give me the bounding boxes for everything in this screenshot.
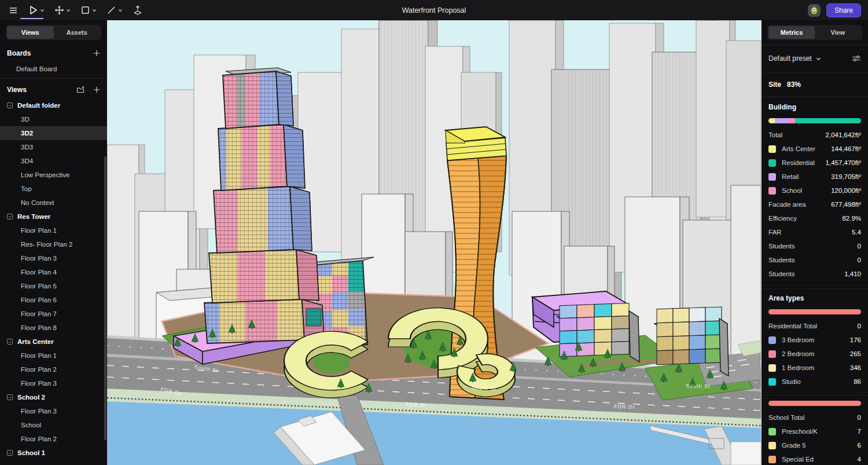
add-board-icon[interactable] bbox=[93, 50, 100, 57]
view-item[interactable]: Floor Plan 1 bbox=[0, 224, 107, 237]
collapse-icon[interactable] bbox=[7, 214, 13, 219]
metric-row: Retail319,705ft² bbox=[762, 170, 868, 184]
boards-header-label: Boards bbox=[7, 49, 31, 57]
new-folder-icon[interactable] bbox=[76, 86, 85, 94]
view-item[interactable]: Top bbox=[0, 182, 107, 196]
folder-default-folder[interactable]: Default folder bbox=[0, 98, 107, 112]
building-section-header: Building bbox=[762, 100, 868, 115]
monster-avatar-icon bbox=[809, 5, 819, 16]
tab-views[interactable]: Views bbox=[7, 26, 54, 39]
view-item[interactable]: Res- Floor Plan 2 bbox=[0, 237, 107, 251]
metric-row: Studio86 bbox=[762, 375, 868, 389]
app-window: Waterfront Proposal Share Views Assets B… bbox=[0, 0, 868, 465]
metric-row: Students0 bbox=[762, 253, 868, 267]
collapse-icon[interactable] bbox=[7, 339, 13, 345]
view-item[interactable]: Floor Plan 3 bbox=[0, 404, 107, 418]
folder-school-2[interactable]: School 2 bbox=[0, 390, 107, 404]
extrude-tool-icon bbox=[132, 5, 144, 16]
board-item[interactable]: Default Board bbox=[0, 62, 107, 76]
view-item[interactable]: Floor Plan 6 bbox=[0, 293, 107, 307]
view-item[interactable]: Floor Plan 3 bbox=[0, 251, 107, 265]
metric-row: Arts Center144,467ft² bbox=[762, 142, 868, 156]
view-item[interactable]: Floor Plan 8 bbox=[0, 321, 107, 335]
view-item-selected[interactable]: 3D2 bbox=[0, 126, 107, 140]
color-swatch bbox=[768, 428, 776, 435]
view-item[interactable]: Floor Plan 4 bbox=[0, 265, 107, 279]
road-label-fdr-dr: FDR Dr bbox=[406, 401, 427, 408]
metric-row: 1 Bedroom346 bbox=[762, 361, 868, 375]
color-swatch bbox=[768, 364, 776, 372]
view-item[interactable]: Floor Plan 2 bbox=[0, 363, 107, 376]
top-toolbar: Waterfront Proposal Share bbox=[0, 0, 868, 20]
metric-row: School120,000ft² bbox=[762, 184, 868, 197]
site-metric: Site 83% bbox=[762, 75, 868, 94]
bar-segment-residential bbox=[795, 118, 861, 123]
rectangle-tool-icon bbox=[80, 5, 91, 16]
metric-row: Students1,410 bbox=[762, 267, 868, 281]
view-item[interactable]: 3D bbox=[0, 112, 107, 126]
bar-segment-arts bbox=[768, 118, 775, 123]
metric-row: Total2,041,642ft² bbox=[762, 128, 868, 142]
preset-label: Default preset bbox=[768, 54, 812, 63]
tab-metrics[interactable]: Metrics bbox=[768, 26, 815, 39]
move-tool-icon bbox=[54, 5, 65, 16]
view-item[interactable]: Floor Plan 3 bbox=[0, 376, 107, 390]
collapse-icon[interactable] bbox=[7, 450, 13, 456]
area-types-section-header: Area types bbox=[762, 291, 868, 306]
chevron-down-icon bbox=[118, 8, 123, 13]
view-item[interactable]: Floor Plan 5 bbox=[0, 279, 107, 293]
views-header-label: Views bbox=[7, 86, 27, 94]
chevron-down-icon bbox=[816, 56, 821, 61]
main-menu-button[interactable] bbox=[5, 3, 22, 18]
move-tool-button[interactable] bbox=[50, 2, 74, 18]
color-swatch bbox=[768, 173, 776, 181]
view-item[interactable]: 3D3 bbox=[0, 140, 107, 154]
collapse-icon[interactable] bbox=[7, 102, 13, 108]
metric-row: Efficiency82.9% bbox=[762, 211, 868, 225]
boards-section-header: Boards bbox=[0, 45, 107, 62]
view-item[interactable]: No Context bbox=[0, 196, 107, 210]
view-item[interactable]: Floor Plan 7 bbox=[0, 307, 107, 321]
chevron-down-icon bbox=[66, 8, 71, 13]
color-swatch bbox=[768, 350, 776, 358]
view-item[interactable]: Floor Plan 2 bbox=[0, 432, 107, 446]
bar-segment-retail bbox=[775, 118, 789, 123]
folder-arts-center[interactable]: Arts Center bbox=[0, 335, 107, 349]
filter-settings-icon[interactable] bbox=[852, 54, 861, 63]
view-item[interactable]: Floor Plan 1 bbox=[0, 349, 107, 363]
school-building-1 bbox=[557, 303, 639, 362]
metric-row: Residential Total0 bbox=[762, 319, 868, 333]
building-area-bar bbox=[768, 118, 861, 123]
add-view-icon[interactable] bbox=[93, 86, 100, 93]
collapse-icon[interactable] bbox=[7, 394, 13, 400]
color-swatch bbox=[768, 187, 776, 195]
tab-assets[interactable]: Assets bbox=[54, 26, 101, 39]
line-tool-icon bbox=[106, 5, 117, 16]
rectangle-tool-button[interactable] bbox=[76, 2, 100, 18]
metric-row: School Total0 bbox=[762, 411, 868, 424]
view-item[interactable]: School bbox=[0, 418, 107, 432]
color-swatch bbox=[768, 145, 776, 153]
chevron-down-icon bbox=[92, 8, 97, 13]
hamburger-menu-icon bbox=[8, 5, 19, 16]
color-swatch bbox=[768, 159, 776, 167]
preset-dropdown[interactable]: Default preset bbox=[762, 47, 868, 69]
residential-total-bar bbox=[768, 309, 861, 314]
select-tool-button[interactable] bbox=[24, 2, 48, 18]
metric-row: Facade area677,498ft² bbox=[762, 197, 868, 211]
metric-row: Preschool/K7 bbox=[762, 424, 868, 438]
folder-school-1[interactable]: School 1 bbox=[0, 446, 107, 460]
avatar[interactable] bbox=[808, 4, 821, 17]
metric-row: 2 Bedroom265 bbox=[762, 347, 868, 361]
share-button[interactable]: Share bbox=[826, 3, 861, 17]
view-item[interactable]: 3D4 bbox=[0, 154, 107, 168]
extrude-tool-button[interactable] bbox=[128, 2, 147, 19]
view-item[interactable]: Low Perspective bbox=[0, 168, 107, 182]
tab-view[interactable]: View bbox=[815, 26, 861, 39]
folder-res-tower[interactable]: Res Tower bbox=[0, 210, 107, 224]
metric-row: 3 Bedroom176 bbox=[762, 333, 868, 347]
line-tool-button[interactable] bbox=[102, 2, 126, 18]
viewport-3d-scene[interactable]: South St South St South St FDR Dr FDR Dr… bbox=[107, 20, 761, 465]
sidebar-scrollbar[interactable] bbox=[104, 156, 106, 440]
active-tool-indicator bbox=[20, 18, 43, 19]
